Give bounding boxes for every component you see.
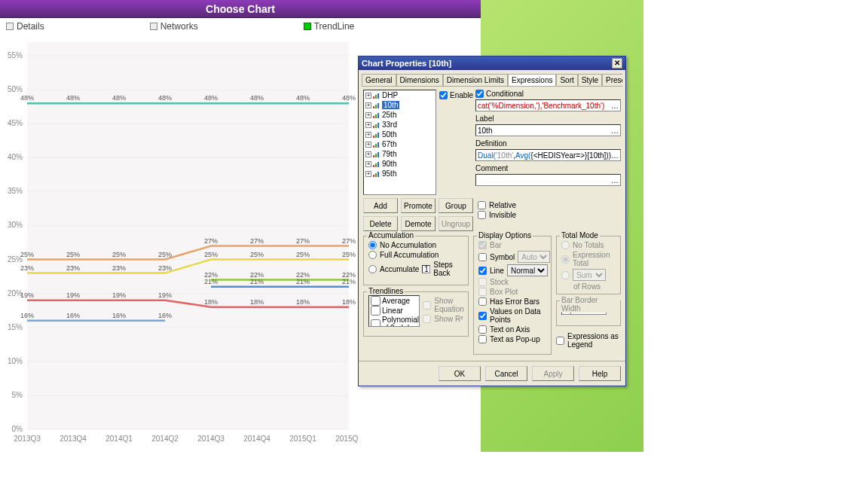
svg-rect-86	[373, 126, 374, 128]
svg-text:5%: 5%	[12, 391, 23, 399]
expression-list[interactable]: +DHP+10th+25th+33rd+50th+67th+79th+90th+…	[363, 90, 436, 195]
add-button[interactable]: Add	[363, 198, 398, 213]
group-button[interactable]: Group	[439, 198, 473, 213]
label-input[interactable]: 10th…	[475, 124, 621, 136]
dialog-tab-style[interactable]: Style	[578, 74, 602, 86]
svg-text:2014Q1: 2014Q1	[105, 435, 133, 443]
svg-text:21%: 21%	[342, 278, 356, 285]
expressions-as-legend-checkbox[interactable]: Expressions as Legend	[556, 332, 621, 349]
chart-mini-icon	[373, 171, 381, 177]
svg-text:21%: 21%	[296, 278, 310, 285]
svg-text:23%: 23%	[66, 264, 80, 272]
svg-rect-89	[373, 136, 374, 138]
expand-icon[interactable]: +	[365, 171, 371, 177]
chart-mini-icon	[373, 93, 381, 99]
expand-icon[interactable]: +	[365, 142, 371, 148]
conditional-expression-input[interactable]: cat('%Dimension,'),'Benchmark_10th')…	[475, 99, 621, 111]
expression-item[interactable]: +95th	[364, 169, 436, 178]
apply-button[interactable]: Apply	[532, 366, 574, 381]
enable-checkbox[interactable]: Enable	[439, 91, 472, 99]
dialog-tab-dimension-limits[interactable]: Dimension Limits	[443, 74, 508, 86]
demote-button[interactable]: Demote	[401, 216, 436, 231]
dialog-tab-expressions[interactable]: Expressions	[508, 74, 556, 87]
dialog-tab-general[interactable]: General	[362, 74, 396, 86]
svg-rect-102	[375, 173, 377, 177]
svg-text:25%: 25%	[66, 251, 80, 258]
expand-icon[interactable]: +	[365, 112, 371, 118]
dialog-tab-presentation[interactable]: Presentation	[602, 74, 622, 86]
delete-button[interactable]: Delete	[363, 216, 398, 231]
cancel-button[interactable]: Cancel	[485, 366, 527, 381]
chart-mini-icon	[373, 102, 381, 108]
expression-item[interactable]: +33rd	[364, 120, 436, 130]
chart-mini-icon	[373, 122, 381, 128]
expand-icon[interactable]: +	[365, 122, 371, 128]
expression-item[interactable]: +79th	[364, 149, 436, 159]
expand-icon[interactable]: +	[365, 161, 371, 167]
expression-item[interactable]: +25th	[364, 110, 436, 120]
svg-text:48%: 48%	[158, 94, 172, 102]
symbol-checkbox[interactable]: Symbol Auto	[478, 251, 548, 263]
tab-details[interactable]: Details	[6, 21, 44, 32]
conditional-checkbox[interactable]: Conditional	[475, 90, 621, 98]
text-on-axis-checkbox[interactable]: Text on Axis	[478, 325, 548, 334]
relative-checkbox[interactable]: Relative	[478, 201, 516, 209]
bar-checkbox: Bar	[478, 241, 548, 249]
svg-rect-94	[377, 142, 379, 148]
expression-item[interactable]: +DHP	[364, 90, 436, 100]
expression-item[interactable]: +50th	[364, 130, 436, 139]
close-icon[interactable]: ✕	[612, 58, 622, 69]
svg-text:27%: 27%	[342, 237, 356, 245]
comment-input[interactable]: …	[475, 174, 621, 186]
trendline-option[interactable]: Polynomial of 2nd d…	[369, 316, 419, 327]
values-on-data-points-checkbox[interactable]: Values on Data Points	[478, 307, 548, 324]
svg-rect-87	[375, 124, 377, 128]
expand-icon[interactable]: +	[365, 151, 371, 157]
ok-button[interactable]: OK	[439, 366, 481, 381]
tab-box-icon	[304, 23, 311, 30]
svg-rect-82	[377, 103, 379, 108]
has-error-bars-checkbox[interactable]: Has Error Bars	[478, 297, 548, 306]
full-accumulation-radio[interactable]: Full Accumulation	[368, 251, 465, 259]
dialog-tab-dimensions[interactable]: Dimensions	[396, 74, 443, 86]
svg-text:19%: 19%	[66, 291, 80, 299]
trendlines-group: Trendlines AverageLinearPolynomial of 2n…	[363, 291, 469, 337]
svg-text:48%: 48%	[204, 94, 218, 102]
dialog-titlebar[interactable]: Chart Properties [10th] ✕	[359, 56, 625, 70]
svg-rect-88	[377, 123, 379, 128]
ungroup-button[interactable]: Ungroup	[439, 216, 473, 231]
trendline-option[interactable]: Average	[369, 296, 419, 306]
text-as-popup-checkbox[interactable]: Text as Pop-up	[478, 335, 548, 343]
help-button[interactable]: Help	[579, 366, 621, 381]
dialog-tab-sort[interactable]: Sort	[556, 74, 577, 86]
svg-text:16%: 16%	[158, 312, 172, 319]
invisible-checkbox[interactable]: Invisible	[478, 211, 516, 219]
tab-trendline[interactable]: TrendLine	[304, 21, 355, 32]
line-checkbox[interactable]: Line Normal	[478, 264, 548, 276]
expression-item[interactable]: +90th	[364, 159, 436, 169]
expression-item[interactable]: +10th	[364, 100, 436, 110]
label-label: Label	[475, 114, 621, 123]
definition-input[interactable]: Dual('10th',Avg({<HEDISYear=>}[10th]))…	[475, 149, 621, 161]
expand-icon[interactable]: +	[365, 93, 371, 99]
svg-text:21%: 21%	[250, 278, 264, 285]
svg-rect-100	[377, 162, 379, 167]
accumulate-radio[interactable]: Accumulate Steps Back	[368, 261, 465, 277]
promote-button[interactable]: Promote	[401, 198, 436, 213]
svg-text:21%: 21%	[204, 278, 218, 285]
svg-rect-84	[375, 114, 377, 118]
trendline-option[interactable]: Linear	[369, 306, 419, 316]
svg-text:50%: 50%	[8, 85, 23, 93]
line-select[interactable]: Normal	[507, 264, 548, 276]
steps-back-input[interactable]	[422, 265, 430, 273]
svg-text:25%: 25%	[112, 251, 126, 258]
svg-rect-95	[373, 155, 374, 157]
svg-rect-103	[377, 172, 379, 177]
expression-item[interactable]: +67th	[364, 139, 436, 149]
symbol-select[interactable]: Auto	[518, 251, 550, 263]
no-accumulation-radio[interactable]: No Accumulation	[368, 241, 465, 249]
trendline-list[interactable]: AverageLinearPolynomial of 2nd d…	[368, 295, 420, 327]
expand-icon[interactable]: +	[365, 132, 371, 138]
expand-icon[interactable]: +	[365, 102, 371, 108]
tab-networks[interactable]: Networks	[150, 21, 198, 32]
